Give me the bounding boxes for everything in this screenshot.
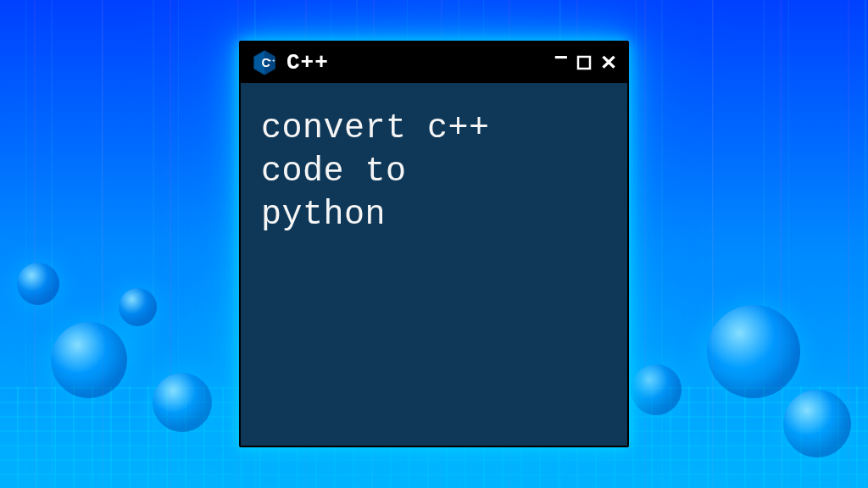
close-button[interactable]: ✕ bbox=[600, 53, 617, 73]
decorative-sphere bbox=[783, 390, 851, 458]
svg-rect-5 bbox=[578, 57, 590, 69]
cpp-hexagon-icon: C + + bbox=[251, 49, 278, 76]
window-controls: − ✕ bbox=[554, 51, 617, 75]
minimize-button[interactable]: − bbox=[554, 46, 568, 69]
decorative-sphere bbox=[631, 364, 682, 415]
decorative-sphere bbox=[17, 263, 59, 305]
decorative-sphere bbox=[707, 305, 800, 398]
decorative-sphere bbox=[119, 288, 157, 326]
decorative-sphere bbox=[51, 322, 127, 398]
decorative-sphere bbox=[153, 373, 212, 432]
window-body: convert c++ code to python bbox=[241, 83, 627, 446]
svg-text:+: + bbox=[268, 57, 271, 63]
svg-text:+: + bbox=[272, 57, 275, 63]
window-title: C++ bbox=[287, 50, 546, 75]
maximize-button[interactable] bbox=[576, 55, 592, 70]
terminal-window: C + + C++ − ✕ convert c++ code to python bbox=[239, 41, 629, 447]
terminal-content: convert c++ code to python bbox=[261, 107, 607, 237]
window-titlebar[interactable]: C + + C++ − ✕ bbox=[241, 42, 627, 83]
